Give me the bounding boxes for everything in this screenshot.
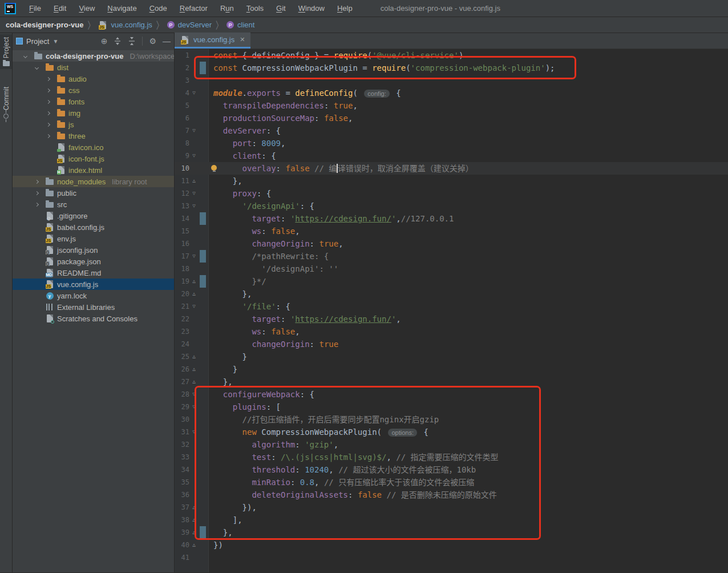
code-line-29[interactable]: 29▿ plugins: [: [175, 401, 728, 413]
menu-navigate[interactable]: Navigate: [102, 2, 141, 14]
menu-refactor[interactable]: Refactor: [175, 2, 213, 14]
chevron-down-icon[interactable]: ▼: [52, 38, 58, 45]
chevron-right-icon[interactable]: [34, 202, 38, 206]
fold-marker-icon[interactable]: ▿: [189, 200, 199, 212]
breadcrumb-item-vue-config-js[interactable]: JSvue.config.js: [99, 21, 152, 29]
fold-marker-icon[interactable]: ▵: [189, 376, 199, 388]
hide-panel-icon[interactable]: —: [163, 37, 171, 45]
code-line-6[interactable]: 6 productionSourceMap: false,: [175, 112, 728, 124]
tree-item-dist[interactable]: dist: [13, 62, 174, 73]
code-line-19[interactable]: 19▵ }*/: [175, 275, 728, 288]
code-line-31[interactable]: 31▿ new CompressionWebpackPlugin( option…: [175, 426, 728, 438]
code-line-5[interactable]: 5 transpileDependencies: true,: [175, 99, 728, 112]
close-tab-icon[interactable]: ✕: [240, 36, 245, 43]
fold-marker-icon[interactable]: ▿: [189, 187, 199, 200]
menu-help[interactable]: Help: [332, 2, 358, 14]
code-line-21[interactable]: 21▿ '/file': {: [175, 300, 728, 313]
tree-item-css[interactable]: css: [13, 84, 174, 96]
code-line-13[interactable]: 13▿ '/designApi': {: [175, 200, 728, 212]
code-editor[interactable]: 1const { defineConfig } = require('@vue/…: [175, 49, 728, 572]
chevron-right-icon[interactable]: [34, 191, 38, 195]
fold-marker-icon[interactable]: ▵: [189, 175, 199, 187]
menu-window[interactable]: Window: [293, 2, 330, 14]
code-line-7[interactable]: 7▿ devServer: {: [175, 124, 728, 137]
fold-marker-icon[interactable]: ▿: [189, 124, 199, 137]
tab-vue-config-js[interactable]: JS vue.config.js ✕: [175, 33, 250, 49]
chevron-right-icon[interactable]: [46, 111, 50, 115]
code-line-18[interactable]: 18 '/designApi': '': [175, 263, 728, 275]
fold-marker-icon[interactable]: ▵: [189, 539, 199, 551]
fold-marker-icon[interactable]: ▿: [189, 87, 199, 99]
tree-item-js[interactable]: js: [13, 119, 174, 130]
stripe-project-button[interactable]: Project: [0, 34, 12, 69]
breadcrumb-item-client[interactable]: Pclient: [227, 21, 254, 29]
code-line-11[interactable]: 11▵ },: [175, 175, 728, 187]
code-line-32[interactable]: 32 algorithm: 'gzip',: [175, 438, 728, 451]
fold-marker-icon[interactable]: ▿: [189, 150, 199, 162]
tree-item-src[interactable]: src: [13, 199, 174, 210]
menu-tools[interactable]: Tools: [241, 2, 269, 14]
code-line-33[interactable]: 33 test: /\.(js|css|html|svg)$/, // 指定需要…: [175, 451, 728, 463]
tree-item-audio[interactable]: audio: [13, 73, 174, 84]
code-line-37[interactable]: 37▵ }),: [175, 501, 728, 514]
fold-marker-icon[interactable]: ▿: [189, 250, 199, 263]
breadcrumb-item-devserver[interactable]: PdevServer: [167, 21, 212, 29]
code-line-28[interactable]: 28▿ configureWebpack: {: [175, 388, 728, 401]
code-line-24[interactable]: 24 changeOrigin: true: [175, 338, 728, 350]
code-line-38[interactable]: 38▵ ],: [175, 514, 728, 526]
chevron-right-icon[interactable]: [46, 88, 50, 92]
fold-marker-icon[interactable]: ▵: [189, 275, 199, 288]
menu-git[interactable]: Git: [271, 2, 291, 14]
code-line-3[interactable]: 3: [175, 74, 728, 87]
code-line-20[interactable]: 20▵ },: [175, 288, 728, 300]
menu-view[interactable]: View: [74, 2, 100, 14]
chevron-right-icon[interactable]: [46, 76, 50, 80]
chevron-right-icon[interactable]: [46, 99, 50, 103]
tree-item-fonts[interactable]: fonts: [13, 96, 174, 107]
expand-all-icon[interactable]: [114, 37, 122, 45]
tree-item-yarn-lock[interactable]: yyarn.lock: [13, 290, 174, 301]
fold-marker-icon[interactable]: ▵: [189, 350, 199, 363]
collapse-all-icon[interactable]: [128, 37, 136, 45]
tree-item-icon-font-js[interactable]: JSicon-font.js: [13, 153, 174, 164]
code-line-30[interactable]: 30 //打包压缩插件，开启后需要同步配置nginx开启gzip: [175, 413, 728, 426]
code-line-23[interactable]: 23 ws: false,: [175, 325, 728, 338]
fold-marker-icon[interactable]: ▵: [189, 526, 199, 539]
code-line-2[interactable]: 2const CompressionWebpackPlugin = requir…: [175, 62, 728, 74]
code-line-34[interactable]: 34 threshold: 10240, // 超过该大小的文件会被压缩，10k…: [175, 463, 728, 476]
tree-item-index-html[interactable]: Hindex.html: [13, 164, 174, 176]
code-line-27[interactable]: 27▵ },: [175, 376, 728, 388]
tree-item-external-libraries[interactable]: External Libraries: [13, 301, 174, 313]
code-line-17[interactable]: 17▿ /*pathRewrite: {: [175, 250, 728, 263]
intention-bulb-icon[interactable]: [211, 165, 217, 171]
code-line-16[interactable]: 16 changeOrigin: true,: [175, 237, 728, 250]
code-line-26[interactable]: 26▵ }: [175, 363, 728, 376]
fold-marker-icon[interactable]: ▵: [189, 288, 199, 300]
tree-item-jsconfig-json[interactable]: {}jsconfig.json: [13, 244, 174, 256]
tree-item-favicon-ico[interactable]: favicon.ico: [13, 142, 174, 153]
fold-marker-icon[interactable]: ▿: [189, 388, 199, 401]
fold-marker-icon[interactable]: ▵: [189, 514, 199, 526]
fold-marker-icon[interactable]: ▿: [189, 300, 199, 313]
code-line-22[interactable]: 22 target: 'https://cdesign.fun/',: [175, 313, 728, 325]
menu-file[interactable]: File: [24, 2, 46, 14]
breadcrumb-item-cola-designer-pro-vue[interactable]: cola-designer-pro-vue: [6, 21, 84, 29]
code-line-15[interactable]: 15 ws: false,: [175, 225, 728, 237]
tree-item-package-json[interactable]: {}package.json: [13, 256, 174, 267]
code-line-39[interactable]: 39▵ },: [175, 526, 728, 539]
fold-marker-icon[interactable]: ▵: [189, 363, 199, 376]
tree-item-scratches-and-consoles[interactable]: Scratches and Consoles: [13, 313, 174, 324]
menu-edit[interactable]: Edit: [48, 2, 71, 14]
code-line-4[interactable]: 4▿module.exports = defineConfig( config:…: [175, 87, 728, 99]
tree-item-img[interactable]: img: [13, 107, 174, 119]
chevron-right-icon[interactable]: [46, 122, 50, 126]
tree-item-readme-md[interactable]: MDREADME.md: [13, 267, 174, 279]
code-line-1[interactable]: 1const { defineConfig } = require('@vue/…: [175, 49, 728, 62]
gear-icon[interactable]: ⚙: [149, 37, 156, 45]
code-line-40[interactable]: 40▵}): [175, 539, 728, 551]
tree-item-babel-config-js[interactable]: JSbabel.config.js: [13, 221, 174, 233]
menu-run[interactable]: Run: [215, 2, 239, 14]
code-line-36[interactable]: 36 deleteOriginalAssets: false // 是否删除未压…: [175, 489, 728, 501]
code-line-12[interactable]: 12▿ proxy: {: [175, 187, 728, 200]
menu-code[interactable]: Code: [144, 2, 172, 14]
